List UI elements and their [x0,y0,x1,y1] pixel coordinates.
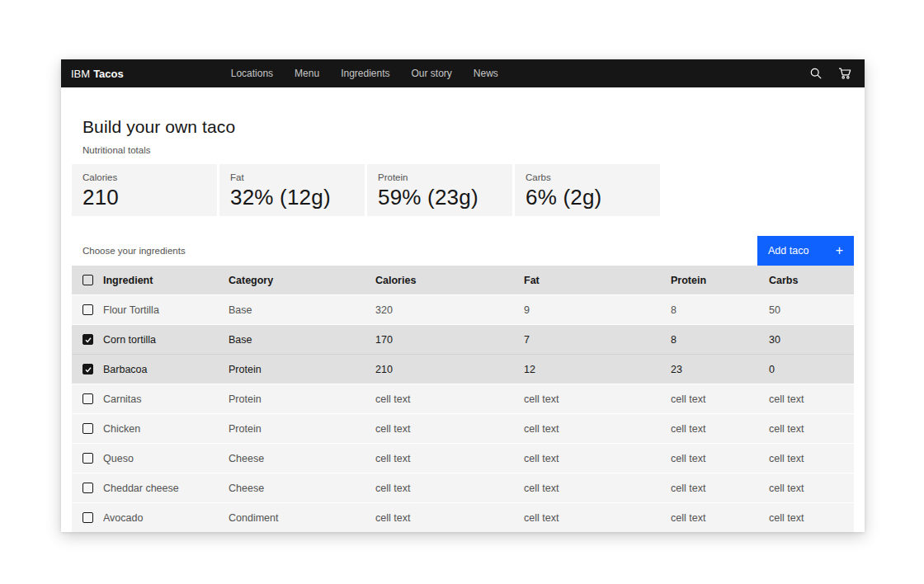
table-cell: Chicken [103,423,229,435]
table-cell: cell text [375,483,524,494]
add-taco-button[interactable]: Add taco + [757,236,854,266]
row-checkbox[interactable] [82,364,93,374]
table-cell: Base [229,334,375,346]
stat-card-value: 210 [82,185,206,210]
table-cell: cell text [671,512,769,524]
stat-card-value: 32% (12g) [230,185,354,210]
stat-card-protein: Protein59% (23g) [367,164,512,216]
column-header-protein: Protein [671,275,769,286]
table-cell: cell text [524,453,671,464]
table-cell: Barbacoa [103,364,229,375]
stat-card-label: Fat [230,172,354,182]
table-row: Corn tortillaBase1707830 [72,324,854,354]
column-header-carbs: Carbs [769,275,854,286]
table-body: Flour TortillaBase3209850Corn tortillaBa… [72,294,854,532]
column-header-category: Category [229,275,375,286]
row-select-cell [72,483,103,493]
table-cell: 50 [769,304,854,316]
table-cell: cell text [769,453,854,464]
table-cell: cell text [524,483,671,494]
stat-card-label: Calories [82,172,206,182]
table-cell: 12 [524,364,671,375]
app-window: IBMTacos LocationsMenuIngredientsOur sto… [61,59,865,532]
row-select-cell [72,393,103,404]
row-checkbox[interactable] [82,512,93,523]
ingredients-table: IngredientCategoryCaloriesFatProteinCarb… [72,266,854,532]
table-cell: Cheddar cheese [103,483,229,494]
top-nav: IBMTacos LocationsMenuIngredientsOur sto… [61,59,865,87]
row-checkbox[interactable] [82,334,93,345]
table-toolbar: Choose your ingredients Add taco + [72,236,854,266]
table-cell: 9 [524,304,671,316]
table-cell: Condiment [229,512,375,524]
table-cell: Cheese [229,453,375,464]
nav-link-news[interactable]: News [463,59,509,87]
table-row: BarbacoaProtein21012230 [72,354,854,384]
nutrition-totals: Calories210Fat32% (12g)Protein59% (23g)C… [72,164,854,216]
page-title: Build your own taco [82,117,843,137]
stat-card-calories: Calories210 [72,164,217,216]
stat-card-value: 6% (2g) [526,185,649,210]
table-cell: cell text [524,423,671,435]
brand-prefix: IBM [71,68,90,80]
table-cell: cell text [375,393,524,405]
row-checkbox[interactable] [82,453,93,464]
table-cell: cell text [375,512,524,524]
table-cell: cell text [524,393,671,405]
table-cell: 7 [524,334,671,346]
stat-card-label: Carbs [526,172,649,182]
stat-card-value: 59% (23g) [378,185,502,210]
add-taco-label: Add taco [768,245,808,257]
table-cell: Protein [229,393,375,405]
nav-link-our-story[interactable]: Our story [401,59,463,87]
nav-link-menu[interactable]: Menu [284,59,330,87]
row-checkbox[interactable] [82,393,93,404]
nav-link-locations[interactable]: Locations [220,59,284,87]
table-cell: Base [229,304,375,316]
table-cell: Avocado [103,512,229,524]
table-cell: cell text [671,423,769,435]
table-cell: 8 [671,304,769,316]
table-cell: cell text [769,483,854,494]
table-row: AvocadoCondimentcell textcell textcell t… [72,502,854,532]
stat-card-label: Protein [378,172,502,182]
row-checkbox[interactable] [82,304,93,315]
table-cell: cell text [769,393,854,405]
table-row: Flour TortillaBase3209850 [72,294,854,324]
table-row: Cheddar cheeseCheesecell textcell textce… [72,473,854,502]
nav-link-ingredients[interactable]: Ingredients [330,59,400,87]
table-cell: cell text [769,512,854,524]
row-select-cell [72,364,103,374]
select-all-checkbox[interactable] [82,275,93,285]
row-select-cell [72,453,103,464]
table-cell: cell text [671,393,769,405]
table-cell: Protein [229,423,375,435]
plus-icon: + [836,244,843,257]
brand-logo[interactable]: IBMTacos [71,68,124,80]
table-row: CarnitasProteincell textcell textcell te… [72,384,854,413]
column-header-ingredient: Ingredient [103,275,229,286]
table-cell: 30 [769,334,854,346]
table-cell: 23 [671,364,769,375]
row-select-cell [72,512,103,523]
search-icon[interactable] [804,63,827,85]
table-header-row: IngredientCategoryCaloriesFatProteinCarb… [72,266,854,294]
row-select-cell [72,304,103,315]
column-header-calories: Calories [375,275,524,286]
table-row: ChickenProteincell textcell textcell tex… [72,413,854,443]
table-cell: Cheese [229,483,375,494]
table-cell: cell text [375,423,524,435]
row-select-cell [72,423,103,434]
nav-icons [804,63,856,85]
table-cell: Corn tortilla [103,334,229,346]
choose-ingredients-label: Choose your ingredients [82,246,186,256]
column-header-fat: Fat [524,275,671,286]
table-cell: 210 [375,364,524,375]
row-checkbox[interactable] [82,483,93,493]
table-cell: Flour Tortilla [103,304,229,316]
brand-name: Tacos [93,68,124,80]
cart-icon[interactable] [833,63,856,85]
row-select-cell [72,334,103,345]
table-cell: Protein [229,364,375,375]
row-checkbox[interactable] [82,423,93,434]
